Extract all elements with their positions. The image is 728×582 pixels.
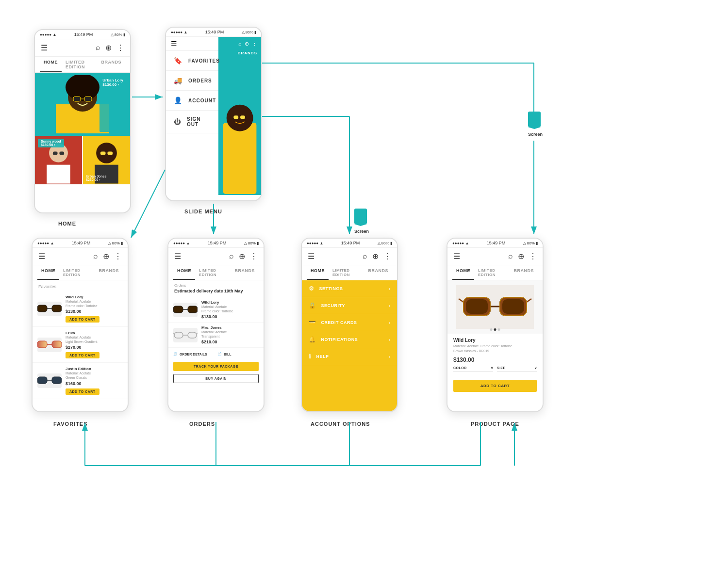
home-nav: ☰ ⌕ ⊕ ⋮ [35,39,130,57]
menu-search-icon[interactable]: ⌕ [238,41,242,47]
svg-rect-37 [240,115,245,119]
favorites-label: FAVORITES [53,421,88,427]
cart-icon[interactable]: ⊕ [105,43,112,52]
dot-2[interactable] [494,328,496,331]
menu-signout[interactable]: ⏻ SIGN OUT [166,111,218,133]
lock-icon: 🔒 [309,302,316,309]
tab-home[interactable]: HOME [40,57,62,72]
tab-limited[interactable]: LIMITED EDITION [62,57,97,72]
order-details-btn[interactable]: 🧾 ORDER DETAILS [173,352,215,356]
svg-rect-57 [188,332,197,338]
product-more-icon[interactable]: ⋮ [529,252,537,261]
menu-orders[interactable]: 🚚 ORDERS [166,71,218,91]
menu-favorites-label: FAVORITES [188,58,220,64]
account-tab-home[interactable]: HOME [307,265,329,280]
dot-1[interactable] [490,328,493,331]
account-menu-icon[interactable]: ☰ [308,252,314,261]
sunglasses-gradient [37,338,62,352]
fav-cart-icon[interactable]: ⊕ [103,252,109,261]
account-more-icon[interactable]: ⋮ [383,252,391,261]
svg-rect-38 [354,209,367,224]
product-image-area [447,280,543,334]
fav-thumb-2 [37,338,62,352]
orders-menu-icon[interactable]: ☰ [174,252,181,261]
fav-item-2: Erika Material: AcetateLight Brown Gradi… [33,327,128,363]
search-icon[interactable]: ⌕ [96,43,100,52]
size-select[interactable]: SIZE ∨ [497,366,537,372]
svg-rect-51 [52,377,62,384]
color-select[interactable]: COLOR ∨ [453,366,493,372]
account-tab-brands[interactable]: BRANDS [364,265,392,280]
tab-brands[interactable]: BRANDS [97,57,125,72]
favorites-screen: ●●●●● ▲ 15:49 PM △ 80% ▮ ☰ ⌕ ⊕ ⋮ HOME LI… [32,238,129,412]
bill-btn[interactable]: 📄 BILL [217,352,259,356]
fav-search-icon[interactable]: ⌕ [93,252,98,261]
credit-cards-chevron: › [389,320,390,325]
buy-again-btn[interactable]: BUY AGAIN [173,374,259,383]
menu-hamburger[interactable]: ☰ [171,40,177,48]
order-price-1: $130.00 [201,314,259,319]
track-package-btn[interactable]: TRACK YOUR PACKAGE [173,362,259,371]
product-tab-home[interactable]: HOME [452,265,474,280]
fav-info-2: Erika Material: AcetateLight Brown Gradi… [66,331,123,358]
fav-menu-icon[interactable]: ☰ [38,252,45,261]
svg-rect-54 [188,306,198,313]
svg-rect-50 [37,377,47,384]
product-menu-icon[interactable]: ☰ [453,252,460,261]
orders-tab-home[interactable]: HOME [173,265,195,280]
orders-cart-icon[interactable]: ⊕ [239,252,245,261]
fav-time: 15:49 PM [72,241,91,245]
product-search-icon[interactable]: ⌕ [508,252,513,261]
fav-price-1: $130.00 [66,309,123,314]
credit-cards-item[interactable]: 💳 CREDIT CARDS › [302,314,397,331]
fav-add-btn-1[interactable]: ADD TO CART [66,316,99,323]
fav-tab-home[interactable]: HOME [37,265,59,280]
sunny-price: Sunny wood$180.00 › [38,139,64,147]
settings-item[interactable]: ⚙ SETTINGS › [302,280,397,297]
orders-tab-brands[interactable]: BRANDS [231,265,259,280]
menu-icon[interactable]: ☰ [41,43,48,52]
notifications-chevron: › [389,337,390,342]
fav-material-1: Material: AcetateFrame color: Tortoise [66,299,123,308]
product-tab-brands[interactable]: BRANDS [510,265,538,280]
more-icon[interactable]: ⋮ [116,43,124,52]
account-search-icon[interactable]: ⌕ [363,252,367,261]
fav-tab-limited[interactable]: LIMITED EDITION [59,265,95,280]
svg-marker-39 [354,224,367,226]
fav-more-icon[interactable]: ⋮ [114,252,122,261]
home-nav-icons: ⌕ ⊕ ⋮ [96,43,124,52]
orders-screen: ●●●●● ▲ 15:49 PM △ 80% ▮ ☰ ⌕ ⊕ ⋮ HOME LI… [167,238,265,412]
menu-cart-icon[interactable]: ⊕ [245,41,249,47]
fav-add-btn-3[interactable]: ADD TO CART [66,388,99,395]
help-item[interactable]: ℹ HELP › [302,348,397,365]
notifications-label: NOTIFICATIONS [321,337,358,342]
fav-signal: ●●●●● ▲ [37,241,54,245]
orders-more-icon[interactable]: ⋮ [250,252,258,261]
security-item[interactable]: 🔒 SECURITY › [302,297,397,314]
fav-add-btn-2[interactable]: ADD TO CART [66,352,99,358]
product-urban-jones[interactable]: Urban Jones$230.00 › [83,136,130,184]
product-add-to-cart-btn[interactable]: ADD TO CART [453,380,537,392]
menu-signal: ●●●●● ▲ [171,30,187,34]
fav-battery: △ 80% ▮ [108,241,123,245]
product-page-label: PRODUCT PAGE [471,421,519,427]
fav-info-1: Wild Lory Material: AcetateFrame color: … [66,295,123,323]
orders-tab-limited[interactable]: LIMITED EDITION [195,265,231,280]
product-cart-icon[interactable]: ⊕ [518,252,524,261]
account-tab-limited[interactable]: LIMITED EDITION [329,265,364,280]
menu-account[interactable]: 👤 ACCOUNT [166,91,218,111]
menu-favorites[interactable]: 🔖 FAVORITES [166,51,218,71]
notifications-item[interactable]: 🔔 NOTIFICATIONS › [302,331,397,348]
product-signal: ●●●●● ▲ [452,241,469,245]
menu-more-icon[interactable]: ⋮ [252,41,257,47]
product-tab-limited[interactable]: LIMITED EDITION [474,265,510,280]
account-options-label: ACCOUNT OPTIONS [311,421,370,427]
fav-tab-brands[interactable]: BRANDS [95,265,123,280]
account-cart-icon[interactable]: ⊕ [372,252,379,261]
dot-3[interactable] [498,328,500,331]
product-tab-bar: HOME LIMITED EDITION BRANDS [447,265,543,280]
product-sunny-wood[interactable]: Sunny wood$180.00 › [35,136,82,184]
orders-search-icon[interactable]: ⌕ [229,252,234,261]
menu-brands-tab[interactable]: BRANDS [238,51,257,55]
order-info-1: Wild Lory Material: AcetateFrame color: … [201,300,259,319]
